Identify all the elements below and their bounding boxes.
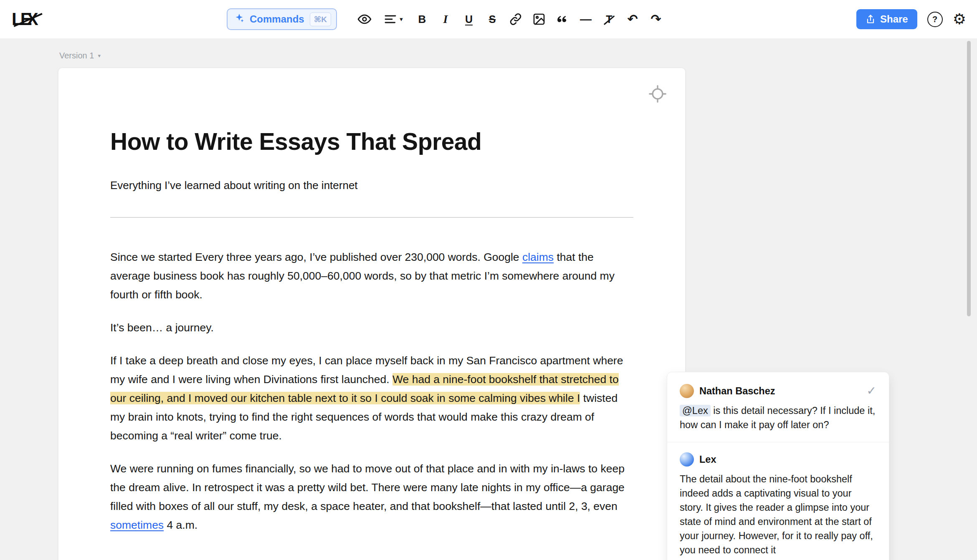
underline-button[interactable]: U: [457, 8, 481, 30]
comment-header: Lex: [680, 452, 876, 467]
bold-icon: B: [418, 13, 426, 26]
focus-mode-button[interactable]: [648, 85, 667, 103]
italic-button[interactable]: I: [434, 8, 457, 30]
blockquote-button[interactable]: [551, 8, 574, 30]
preview-eye-button[interactable]: [353, 8, 376, 30]
toolbar-right-group: Share ? ⚙: [856, 0, 966, 38]
commands-shortcut: ⌘K: [310, 13, 331, 26]
section-divider: [110, 217, 633, 218]
help-button[interactable]: ?: [927, 12, 943, 27]
paragraph[interactable]: If I take a deep breath and close my eye…: [110, 351, 633, 445]
comment-body: @Lex is this detail necessary? If I incl…: [680, 404, 876, 432]
share-button[interactable]: Share: [856, 9, 917, 29]
link-icon: [509, 13, 522, 26]
comment-thread-panel[interactable]: Nathan Baschez ✓ @Lex is this detail nec…: [667, 372, 889, 560]
document-title[interactable]: How to Write Essays That Spread: [110, 128, 633, 156]
gear-icon: ⚙: [953, 10, 966, 28]
comment: Nathan Baschez ✓ @Lex is this detail nec…: [680, 384, 876, 432]
undo-icon: ↶: [627, 13, 638, 25]
document-page[interactable]: How to Write Essays That Spread Everythi…: [58, 68, 686, 560]
lex-ai-avatar: [680, 452, 694, 467]
paragraph[interactable]: It’s been… a journey.: [110, 318, 633, 337]
comment-reply: Lex The detail about the nine-foot books…: [680, 452, 876, 557]
comment-divider: [667, 442, 889, 442]
clear-formatting-icon: T: [602, 13, 616, 25]
inline-link[interactable]: sometimes: [110, 519, 164, 531]
insert-image-button[interactable]: [527, 8, 551, 30]
sparkle-icon: [234, 13, 244, 25]
horizontal-rule-icon: —: [580, 13, 592, 26]
text-run: We were running on fumes financially, so…: [110, 462, 625, 512]
text-align-dropdown-button[interactable]: ▾: [376, 8, 410, 30]
mention-chip[interactable]: @Lex: [680, 405, 711, 416]
italic-icon: I: [443, 13, 448, 26]
link-button[interactable]: [504, 8, 527, 30]
strikethrough-icon: S: [489, 13, 496, 25]
redo-button[interactable]: ↷: [644, 8, 668, 30]
paragraph[interactable]: We were running on fumes financially, so…: [110, 459, 633, 535]
resolve-check-icon[interactable]: ✓: [867, 385, 876, 397]
paragraph[interactable]: Since we started Every three years ago, …: [110, 248, 633, 304]
nathan-avatar: [680, 384, 694, 398]
question-icon: ?: [932, 15, 937, 24]
inline-link[interactable]: claims: [522, 251, 554, 263]
bold-button[interactable]: B: [410, 8, 434, 30]
comment-header: Nathan Baschez ✓: [680, 384, 876, 398]
document-subtitle[interactable]: Everything I’ve learned about writing on…: [110, 179, 633, 192]
align-lines-icon: [384, 13, 397, 26]
version-label: Version 1: [59, 51, 94, 61]
toolbar: LEX Commands ⌘K ▾ B I U S — T ↶ ↷: [0, 0, 977, 38]
commands-button[interactable]: Commands ⌘K: [227, 8, 337, 30]
horizontal-rule-button[interactable]: —: [574, 8, 597, 30]
scrollbar-thumb[interactable]: [967, 41, 971, 316]
image-icon: [532, 13, 546, 26]
share-icon: [866, 14, 876, 24]
comment-body: The detail about the nine-foot bookshelf…: [680, 472, 876, 557]
text-run: 4 a.m.: [164, 519, 197, 531]
version-selector[interactable]: Version 1 ▾: [59, 51, 101, 61]
strikethrough-button[interactable]: S: [481, 8, 504, 30]
redo-icon: ↷: [650, 13, 661, 25]
chevron-down-icon: ▾: [400, 15, 403, 23]
text-run: The detail about the nine-foot bookshelf…: [680, 474, 873, 555]
share-label: Share: [880, 13, 908, 25]
underline-icon: U: [465, 13, 473, 25]
comment-author: Nathan Baschez: [699, 386, 775, 397]
text-run: It’s been… a journey.: [110, 321, 214, 334]
lex-logo[interactable]: LEX: [12, 10, 40, 28]
target-icon: [648, 85, 667, 103]
commands-label: Commands: [250, 13, 304, 25]
text-run: Since we started Every three years ago, …: [110, 251, 522, 263]
chevron-down-icon: ▾: [98, 53, 101, 59]
quote-icon: [556, 13, 569, 25]
eye-icon: [357, 12, 372, 26]
comment-author: Lex: [699, 454, 716, 465]
undo-button[interactable]: ↶: [621, 8, 644, 30]
settings-button[interactable]: ⚙: [953, 12, 966, 27]
editor-canvas: Version 1 ▾ How to Write Essays That Spr…: [0, 38, 977, 560]
formatting-toolbar: ▾ B I U S — T ↶ ↷: [353, 8, 668, 30]
clear-formatting-button[interactable]: T: [597, 8, 621, 30]
